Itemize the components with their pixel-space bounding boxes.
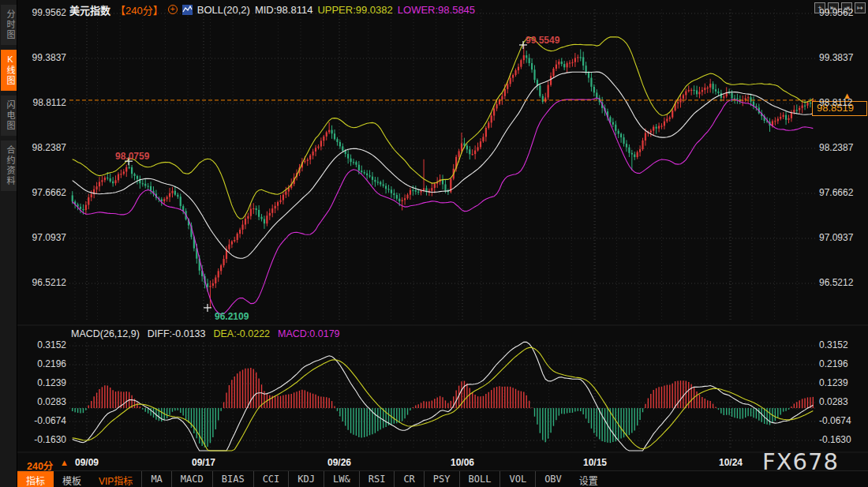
toolbar-item-VOL[interactable]: VOL — [499, 471, 535, 487]
toolbar-item-RSI[interactable]: RSI — [359, 471, 395, 487]
boll-param-label: BOLL(20,2) — [197, 4, 250, 16]
x-axis-label-10/24: 10/24 — [719, 457, 743, 468]
x-axis-label-09/17: 09/17 — [192, 457, 215, 468]
x-axis-label-09/26: 09/26 — [327, 457, 351, 468]
price-axis-right-2: 98.8112 — [819, 97, 859, 108]
local-high-annotation: 98.0759 — [115, 151, 149, 162]
indicator-toolbar: 指标模板VIP指标MAMACDBIASCCIKDJLW&RSICRPSYBOLL… — [17, 470, 868, 487]
toolbar-item-MACD[interactable]: MACD — [171, 471, 212, 487]
macd-macd-value: MACD:0.0179 — [278, 328, 340, 339]
macd-param-label: MACD(26,12,9) — [71, 328, 140, 339]
toolbar-item-CCI[interactable]: CCI — [253, 471, 289, 487]
app-window: 分时图K线图闪电图合约资料 美元指数 【240分】 + BOLL(20,2) M… — [0, 0, 868, 487]
x-axis-label-09/09: 09/09 — [75, 457, 99, 468]
x-axis-label-10/06: 10/06 — [451, 457, 474, 468]
macd-axis-right-1: 0.2196 — [819, 358, 859, 369]
toolbar-item-KDJ[interactable]: KDJ — [288, 471, 324, 487]
price-axis-right-3: 98.2387 — [819, 142, 859, 153]
price-axis-left-1: 99.3837 — [27, 52, 66, 63]
price-axis-right-0: 99.9562 — [819, 7, 859, 18]
price-axis-left-0: 99.9562 — [27, 7, 66, 18]
add-indicator-icon[interactable]: + — [168, 5, 178, 14]
toolbar-item-模板[interactable]: 模板 — [54, 471, 90, 487]
macd-axis-right-3: 0.0283 — [819, 396, 859, 407]
sidebar-item-0[interactable]: 分时图 — [1, 5, 17, 45]
symbol-title: 美元指数 — [69, 2, 110, 17]
toolbar-item-BOLL[interactable]: BOLL — [459, 471, 500, 487]
price-axis-left-6: 96.5212 — [27, 277, 66, 288]
boll-upper-value: UPPER:99.0382 — [317, 4, 392, 16]
price-axis-left-5: 97.0937 — [27, 232, 66, 243]
period-low-annotation: 96.2109 — [215, 311, 249, 322]
macd-header: MACD(26,12,9) DIFF:-0.0133 DEA:-0.0222 M… — [71, 328, 340, 339]
x-axis-label-10/15: 10/15 — [583, 457, 607, 468]
kline-mini-icon — [182, 5, 193, 15]
macd-axis-left-1: 0.2196 — [27, 358, 66, 369]
macd-axis-right-0: 0.3152 — [819, 339, 859, 350]
boll-mid-value: MID:98.8114 — [255, 4, 312, 16]
macd-dea-value: DEA:-0.0222 — [213, 328, 270, 339]
toolbar-item-VIP指标[interactable]: VIP指标 — [90, 471, 141, 487]
sidebar-item-2[interactable]: 闪电图 — [1, 96, 17, 136]
boll-lower-value: LOWER:98.5845 — [398, 4, 475, 16]
toolbar-item-LW&[interactable]: LW& — [324, 471, 359, 487]
macd-axis-left-2: 0.1239 — [27, 377, 66, 388]
footer-period-arrow[interactable]: ▲ — [60, 458, 69, 467]
price-axis-right-4: 97.6662 — [819, 187, 859, 198]
macd-axis-right-4: -0.0674 — [819, 415, 859, 426]
chart-header: 美元指数 【240分】 + BOLL(20,2) MID:98.8114 UPP… — [69, 2, 475, 17]
toolbar-item-指标[interactable]: 指标 — [17, 471, 54, 487]
toolbar-item-MA[interactable]: MA — [141, 471, 170, 487]
toolbar-item-BIAS[interactable]: BIAS — [212, 471, 253, 487]
price-axis-right-5: 97.0937 — [819, 232, 859, 243]
toolbar-item-设置[interactable]: 设置 — [571, 471, 607, 487]
macd-axis-left-3: 0.0283 — [27, 396, 66, 407]
macd-axis-left-0: 0.3152 — [27, 339, 66, 350]
price-axis-left-4: 97.6662 — [27, 187, 66, 198]
macd-axis-right-2: 0.1239 — [819, 377, 859, 388]
toolbar-item-OBV[interactable]: OBV — [535, 471, 571, 487]
macd-axis-left-4: -0.0674 — [27, 415, 66, 426]
price-axis-right-6: 96.5212 — [819, 277, 859, 288]
price-axis-left-3: 98.2387 — [27, 142, 66, 153]
toolbar-item-CR[interactable]: CR — [394, 471, 423, 487]
main-chart-svg[interactable] — [0, 0, 868, 487]
period-tag: 【240分】 — [115, 2, 163, 17]
sidebar-item-3[interactable]: 合约资料 — [1, 140, 17, 191]
macd-diff-value: DIFF:-0.0133 — [148, 328, 206, 339]
toolbar-item-PSY[interactable]: PSY — [424, 471, 459, 487]
price-axis-right-1: 99.3837 — [819, 52, 859, 63]
macd-axis-right-5: -0.1630 — [819, 434, 859, 445]
period-high-annotation: 99.5549 — [526, 35, 559, 46]
price-axis-left-2: 98.8112 — [27, 97, 66, 108]
macd-axis-left-5: -0.1630 — [27, 434, 66, 445]
sidebar-item-1[interactable]: K线图 — [1, 50, 17, 91]
chart-type-sidebar: 分时图K线图闪电图合约资料 — [0, 0, 17, 487]
